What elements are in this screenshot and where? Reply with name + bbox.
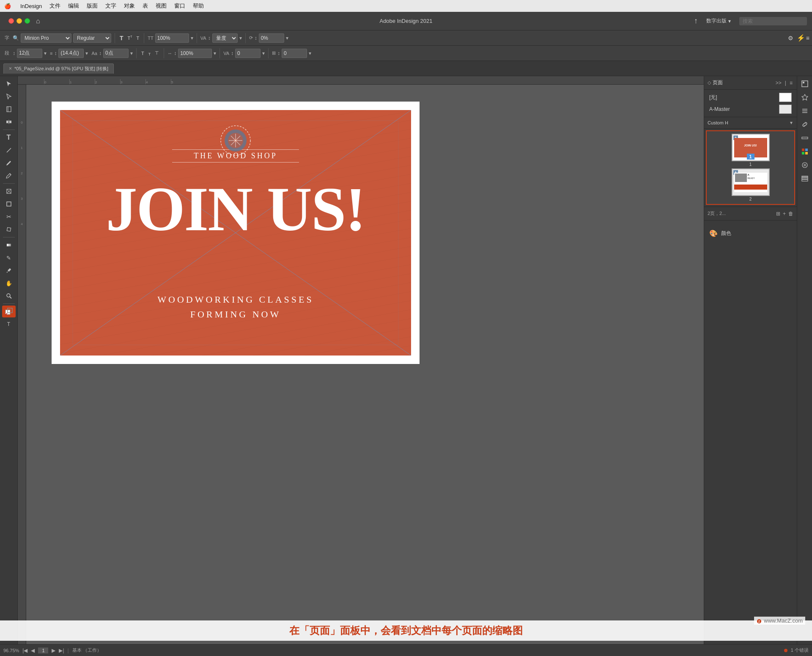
rotation-input[interactable] <box>259 33 284 43</box>
menu-layout[interactable]: 版面 <box>87 2 98 10</box>
h-scale-input[interactable] <box>178 49 212 58</box>
pages-list-button[interactable]: ≡ <box>789 79 793 87</box>
properties-panel-btn[interactable] <box>799 78 811 90</box>
page-2-thumbnail[interactable]: A A READY <box>732 168 770 196</box>
maximize-button[interactable] <box>25 18 30 24</box>
svg-point-14 <box>7 294 10 297</box>
svg-rect-39 <box>802 137 808 139</box>
t-superscript-button[interactable]: TT <box>126 35 134 41</box>
font-family-select[interactable]: Minion Pro <box>21 33 71 43</box>
custom-h-dropdown[interactable]: ▾ <box>789 119 793 127</box>
rotation-arrows: ↕ <box>255 35 257 41</box>
free-transform-tool[interactable] <box>2 223 16 235</box>
eyedropper-tool[interactable] <box>2 265 16 276</box>
rect-tool[interactable] <box>2 198 16 210</box>
pencil-tool[interactable] <box>2 170 16 182</box>
t-sub-button[interactable]: T <box>147 50 152 57</box>
menu-edit[interactable]: 编辑 <box>68 2 79 10</box>
search-input[interactable] <box>739 17 807 25</box>
digital-publish-button[interactable]: 数字出版 ▾ <box>703 16 734 26</box>
menu-window[interactable]: 窗口 <box>174 2 185 10</box>
frame-offset-input[interactable] <box>282 49 307 58</box>
shop-name-banner: THE WOOD SHOP <box>172 149 299 163</box>
page1-thumb-text: JOIN US! <box>734 138 767 147</box>
first-page-button[interactable]: |◀ <box>22 648 27 653</box>
menu-text[interactable]: 文字 <box>105 2 116 10</box>
pages-menu-button[interactable]: | <box>784 79 787 87</box>
kerning-select[interactable]: 量度 <box>212 33 238 43</box>
page-tool[interactable] <box>2 103 16 115</box>
page-number-input[interactable] <box>38 648 48 653</box>
scissors-tool[interactable]: ✂ <box>2 211 16 223</box>
svg-point-45 <box>804 164 806 166</box>
menu-file[interactable]: 文件 <box>49 2 60 10</box>
next-page-button[interactable]: ▶ <box>52 648 55 653</box>
document-tab[interactable]: × *05_PageSize.indd @ 97% [GPU 预览] [转换] <box>3 63 114 74</box>
t-scale-button[interactable]: T <box>140 50 145 56</box>
leading-input[interactable] <box>58 49 84 58</box>
pages-panel: ◇ 页面 >> | ≡ [无] A-Master <box>704 76 797 221</box>
leading-arrows: ↕ <box>13 50 15 56</box>
line-tool[interactable] <box>2 144 16 156</box>
font-size-input[interactable] <box>155 33 189 43</box>
t-icon-button[interactable]: T <box>118 34 125 42</box>
svg-line-6 <box>10 174 11 175</box>
gradient-tool[interactable] <box>2 239 16 251</box>
frame-rect-tool[interactable] <box>2 185 16 197</box>
t-plain-button[interactable]: T <box>135 35 141 41</box>
menu-object[interactable]: 对象 <box>124 2 135 10</box>
select-tool[interactable] <box>2 78 16 90</box>
add-page-spread-button[interactable]: ⊞ <box>776 211 780 217</box>
svg-rect-47 <box>802 177 808 179</box>
page-1-thumbnail[interactable]: A JOIN US! 1 <box>732 134 770 161</box>
font-size-pt-input[interactable] <box>17 49 42 58</box>
prev-page-button[interactable]: ◀ <box>31 648 35 653</box>
direct-select-tool[interactable] <box>2 91 16 102</box>
gap-tool[interactable] <box>2 116 16 128</box>
font-style-select[interactable]: Regular <box>73 33 111 43</box>
delete-page-button[interactable]: 🗑 <box>788 211 793 217</box>
fill-stroke-tool[interactable] <box>2 306 16 317</box>
menu-indesign[interactable]: InDesign <box>20 3 42 9</box>
canvas-area[interactable]: THE WOOD SHOP JOIN US! WOODWORKING CLASS… <box>26 85 704 656</box>
color-swatch-btn[interactable] <box>799 146 811 157</box>
last-page-button[interactable]: ▶| <box>59 648 64 653</box>
menu-view[interactable]: 视图 <box>156 2 167 10</box>
a-master-row[interactable]: A-Master <box>708 103 793 115</box>
pen-tool[interactable] <box>2 157 16 169</box>
close-button[interactable] <box>8 18 14 24</box>
pages-expand-button[interactable]: >> <box>775 79 782 87</box>
menu-table[interactable]: 表 <box>143 2 148 10</box>
menu-help[interactable]: 帮助 <box>193 2 204 10</box>
tracking-input[interactable] <box>235 49 261 58</box>
hand-tool[interactable]: ✋ <box>2 277 16 289</box>
minimize-button[interactable] <box>16 18 22 24</box>
layers-btn[interactable] <box>799 173 811 185</box>
t-align-button[interactable]: ⊤ <box>154 50 160 56</box>
stroke-panel-btn[interactable] <box>799 132 811 144</box>
note-tool[interactable]: ✎ <box>2 252 16 264</box>
share-button[interactable]: ↑ <box>694 17 698 25</box>
none-master-row[interactable]: [无] <box>708 91 793 103</box>
baseline-shift-input[interactable] <box>103 49 129 58</box>
add-page-button[interactable]: + <box>783 211 786 217</box>
zoom-tool[interactable] <box>2 290 16 302</box>
kerning-arrows: ↕ <box>208 35 211 41</box>
chevron-down-icon: ▾ <box>728 18 731 24</box>
aa-icon: Aa <box>91 51 97 56</box>
gear-icon[interactable]: ⚙ <box>788 35 793 41</box>
home-icon[interactable]: ⌂ <box>36 17 40 25</box>
text-fill-tool[interactable]: T <box>2 318 16 330</box>
zoom-display[interactable]: 96.75% <box>3 648 19 653</box>
tab-close-icon[interactable]: × <box>9 66 12 72</box>
cc-libraries-btn[interactable] <box>799 91 811 103</box>
page-2-label: 2 <box>749 197 752 201</box>
align-panel-btn[interactable] <box>799 105 811 117</box>
effects-btn[interactable] <box>799 159 811 171</box>
annotation-bar: 在「页面」面板中，会看到文档中每个页面的缩略图 Z www.MacZ.com <box>0 620 812 641</box>
type-tool[interactable]: T <box>2 132 16 143</box>
status-separator: | <box>68 648 69 653</box>
hamburger-menu-icon[interactable]: ≡ <box>804 35 812 41</box>
links-panel-btn[interactable] <box>799 119 811 130</box>
content-area: T ✂ <box>0 76 812 656</box>
